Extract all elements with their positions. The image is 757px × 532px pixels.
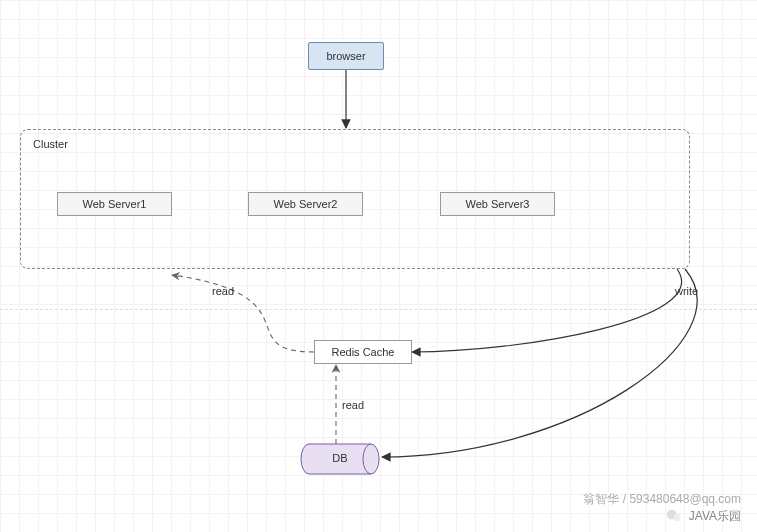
node-redis-label: Redis Cache — [332, 346, 395, 358]
node-web-server-1[interactable]: Web Server1 — [57, 192, 172, 216]
watermark-author: 翁智华 / 593480648@qq.com — [583, 491, 741, 508]
node-db[interactable]: DB — [300, 442, 380, 474]
node-ws3-label: Web Server3 — [466, 198, 530, 210]
horizontal-separator — [0, 309, 757, 310]
node-redis-cache[interactable]: Redis Cache — [314, 340, 412, 364]
node-browser[interactable]: browser — [308, 42, 384, 70]
watermark: JAVA乐园 — [665, 507, 741, 525]
edge-label-write: write — [675, 285, 698, 297]
node-ws1-label: Web Server1 — [83, 198, 147, 210]
wechat-icon — [665, 507, 683, 525]
node-db-label: DB — [300, 442, 380, 474]
node-ws2-label: Web Server2 — [274, 198, 338, 210]
node-cluster-label: Cluster — [33, 138, 68, 150]
edge-label-read-1: read — [212, 285, 234, 297]
edge-label-read-2: read — [342, 399, 364, 411]
svg-point-6 — [673, 514, 681, 522]
node-web-server-3[interactable]: Web Server3 — [440, 192, 555, 216]
node-browser-label: browser — [326, 50, 365, 62]
node-web-server-2[interactable]: Web Server2 — [248, 192, 363, 216]
watermark-brand: JAVA乐园 — [689, 508, 741, 525]
